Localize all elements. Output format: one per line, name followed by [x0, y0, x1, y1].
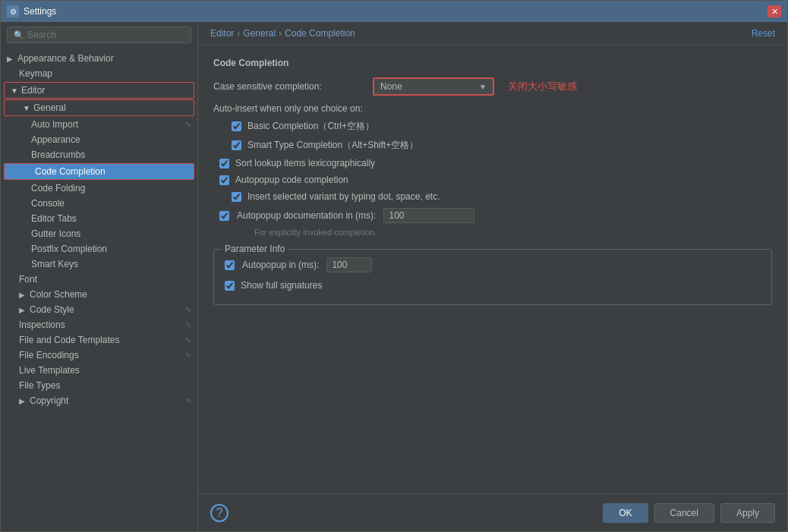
autopopup-doc-checkbox[interactable] [219, 211, 229, 221]
autopopup-doc-label: Autopopup documentation in (ms): [237, 210, 376, 221]
sidebar-item-code-completion[interactable]: Code Completion [4, 163, 194, 180]
footer-buttons: OK Cancel Apply [603, 503, 775, 523]
arrow-icon: ▼ [23, 104, 30, 112]
case-sensitive-row: Case sensitive completion: None ▼ 关闭大小写敏… [213, 77, 772, 96]
group-box-title: Parameter Info [222, 244, 288, 254]
sidebar-item-label: Postfix Completion [31, 244, 107, 254]
autopopup-code-checkbox[interactable] [219, 175, 229, 185]
sidebar-item-editor-tabs[interactable]: Editor Tabs [1, 211, 197, 226]
autopopup-doc-row: Autopopup documentation in (ms): [213, 208, 772, 223]
sort-lookup-label: Sort lookup items lexicographically [235, 158, 375, 168]
smart-type-row: Smart Type Completion（Alt+Shift+空格） [213, 139, 772, 152]
case-sensitive-dropdown[interactable]: None ▼ [373, 77, 494, 96]
arrow-icon: ▼ [11, 87, 18, 95]
show-signatures-checkbox[interactable] [225, 281, 235, 291]
sidebar-item-code-folding[interactable]: Code Folding [1, 181, 197, 196]
edit-icon: ✎ [185, 351, 191, 360]
basic-completion-label: Basic Completion（Ctrl+空格） [247, 120, 374, 133]
sidebar-item-appearance[interactable]: Appearance [1, 132, 197, 147]
sidebar-item-general[interactable]: ▼ General [4, 99, 194, 116]
sidebar-item-label: File Encodings [19, 350, 79, 360]
sidebar-item-breadcrumbs[interactable]: Breadcrumbs [1, 147, 197, 162]
sidebar-item-smart-keys[interactable]: Smart Keys [1, 257, 197, 272]
insert-selected-checkbox[interactable] [232, 192, 241, 202]
sidebar-item-label: General [33, 102, 66, 113]
sidebar-item-label: Copyright [30, 395, 68, 406]
ok-button[interactable]: OK [603, 503, 648, 523]
basic-completion-checkbox[interactable] [232, 121, 241, 131]
breadcrumb-editor: Editor [210, 28, 234, 39]
breadcrumb-general: General [243, 28, 276, 39]
show-signatures-label: Show full signatures [241, 280, 322, 291]
edit-icon: ✎ [185, 397, 191, 405]
sidebar-item-auto-import[interactable]: Auto Import ✎ [1, 117, 197, 132]
sidebar-item-label: Live Templates [19, 365, 80, 376]
sidebar-item-copyright[interactable]: ▶ Copyright ✎ [1, 393, 197, 408]
basic-completion-row: Basic Completion（Ctrl+空格） [213, 120, 772, 133]
sidebar-item-label: Smart Keys [31, 259, 78, 269]
autopopup-code-label: Autopopup code completion [235, 175, 348, 185]
autopopup-doc-input[interactable] [383, 208, 474, 223]
sidebar-item-color-scheme[interactable]: ▶ Color Scheme [1, 287, 197, 302]
breadcrumb-sep2: › [279, 28, 282, 39]
param-autopopup-checkbox[interactable] [225, 260, 235, 270]
title-bar: ⚙ Settings ✕ [1, 1, 787, 22]
sidebar-item-live-templates[interactable]: Live Templates [1, 363, 197, 378]
sidebar-item-file-types[interactable]: File Types [1, 378, 197, 393]
param-autopopup-label: Autopopup in (ms): [242, 260, 319, 270]
smart-type-checkbox[interactable] [232, 140, 241, 150]
arrow-icon: ▶ [19, 291, 27, 299]
sidebar-item-file-code-templates[interactable]: File and Code Templates ✎ [1, 332, 197, 348]
sort-lookup-checkbox[interactable] [219, 159, 229, 168]
sidebar-item-label: File Types [19, 380, 60, 391]
search-input[interactable] [27, 30, 184, 40]
hint-text: For explicitly invoked completion [236, 228, 772, 237]
settings-window: ⚙ Settings ✕ 🔍 ▶ Appearance & Behavior K… [0, 0, 788, 532]
case-sensitive-label: Case sensitive completion: [213, 81, 365, 92]
apply-button[interactable]: Apply [720, 503, 775, 523]
section-title: Code Completion [213, 58, 772, 68]
edit-icon: ✎ [185, 336, 191, 345]
panel-body: Code Completion Case sensitive completio… [198, 46, 787, 493]
sidebar-item-label: Breadcrumbs [31, 150, 85, 160]
window-icon: ⚙ [7, 5, 19, 17]
sidebar-item-label: Code Completion [35, 166, 106, 177]
sidebar-item-console[interactable]: Console [1, 196, 197, 211]
sidebar-item-file-encodings[interactable]: File Encodings ✎ [1, 348, 197, 363]
close-button[interactable]: ✕ [768, 5, 781, 17]
arrow-icon: ▶ [19, 306, 27, 314]
search-icon: 🔍 [14, 30, 24, 40]
edit-icon: ✎ [185, 306, 191, 314]
sort-lookup-row: Sort lookup items lexicographically [213, 158, 772, 168]
chinese-note: 关闭大小写敏感 [508, 80, 577, 93]
sidebar-item-label: Inspections [19, 320, 65, 330]
cancel-button[interactable]: Cancel [654, 503, 714, 523]
sidebar-item-editor[interactable]: ▼ Editor [4, 82, 194, 99]
right-panel: Editor › General › Code Completion Reset… [198, 22, 787, 531]
arrow-icon: ▶ [19, 397, 27, 405]
sidebar-item-keymap[interactable]: Keymap [1, 66, 197, 81]
param-autopopup-row: Autopopup in (ms): [225, 257, 761, 272]
sidebar-item-font[interactable]: Font [1, 272, 197, 287]
breadcrumb-code-completion: Code Completion [285, 28, 355, 39]
sidebar-item-inspections[interactable]: Inspections ✎ [1, 317, 197, 332]
settings-tree: ▶ Appearance & Behavior Keymap ▼ Editor … [1, 48, 197, 531]
sidebar-item-code-style[interactable]: ▶ Code Style ✎ [1, 302, 197, 317]
sidebar-item-label: Appearance [31, 134, 80, 145]
sidebar-item-postfix-completion[interactable]: Postfix Completion [1, 241, 197, 257]
param-autopopup-input[interactable] [326, 257, 372, 272]
help-button[interactable]: ? [210, 504, 229, 522]
sidebar-item-label: Font [19, 274, 37, 285]
smart-type-label: Smart Type Completion（Alt+Shift+空格） [247, 139, 418, 152]
edit-icon: ✎ [185, 321, 191, 329]
breadcrumb-sep1: › [237, 28, 240, 39]
arrow-icon: ▶ [7, 55, 14, 63]
search-box[interactable]: 🔍 [7, 27, 191, 43]
sidebar-item-gutter-icons[interactable]: Gutter Icons [1, 226, 197, 241]
sidebar-item-label: Code Style [30, 304, 74, 315]
sidebar-item-appearance-behavior[interactable]: ▶ Appearance & Behavior [1, 51, 197, 66]
sidebar-item-label: File and Code Templates [19, 335, 120, 345]
dropdown-arrow-icon: ▼ [479, 83, 487, 91]
reset-link[interactable]: Reset [752, 28, 775, 39]
main-content: 🔍 ▶ Appearance & Behavior Keymap ▼ Edito… [1, 22, 787, 531]
